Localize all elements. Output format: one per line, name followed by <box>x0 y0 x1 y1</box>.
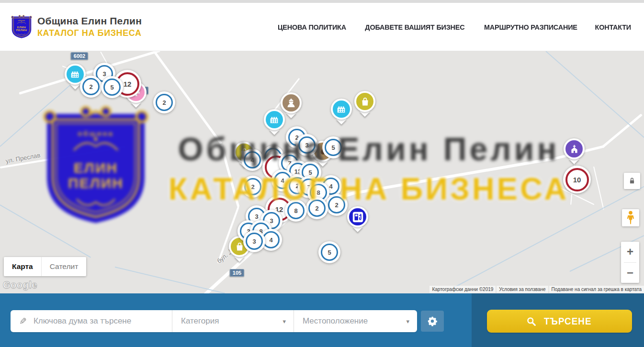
zoom-in-button[interactable]: + <box>621 242 639 262</box>
waterline <box>545 51 644 138</box>
pencil-icon: ✎ <box>19 316 27 327</box>
cluster-count: 2 <box>156 94 173 111</box>
factory-pin-marker[interactable] <box>264 109 285 130</box>
fuel-icon <box>347 206 368 227</box>
main-nav: ЦЕНОВА ПОЛИТИКАДОБАВЕТЕ ВАШИЯТ БИЗНЕСМАР… <box>276 23 632 31</box>
shopping-icon <box>354 91 375 112</box>
keyword-input[interactable] <box>33 316 167 326</box>
cluster-marker[interactable]: 5 <box>318 241 340 263</box>
search-icon <box>526 316 536 326</box>
road-shield: 6002 <box>71 52 88 60</box>
cluster-count: 5 <box>321 244 338 261</box>
header: Община Елин Пелин КАТАЛОГ НА БИЗНЕСА ЦЕН… <box>0 3 644 51</box>
pegman-icon <box>626 211 635 225</box>
settings-button[interactable] <box>421 311 444 332</box>
shopping-pin-marker[interactable] <box>354 91 375 112</box>
fuel-pin-marker[interactable] <box>347 206 368 227</box>
watermark-subtitle: КАТАЛОГ НА БИЗНЕСА <box>161 171 576 207</box>
nav-item[interactable]: ДОБАВЕТЕ ВАШИЯТ БИЗНЕС <box>365 23 464 31</box>
municipality-crest-icon <box>11 12 33 41</box>
search-button[interactable]: ТЪРСЕНЕ <box>487 310 632 333</box>
road <box>593 167 604 210</box>
lock-button[interactable] <box>624 173 640 189</box>
chevron-down-icon: ▾ <box>406 318 409 325</box>
keyword-field[interactable]: ✎ <box>11 310 172 332</box>
factory-icon <box>264 109 285 130</box>
zoom-out-button[interactable]: − <box>621 263 639 283</box>
nav-item[interactable]: КОНТАКТИ <box>595 23 631 31</box>
attribution-link[interactable]: Подаване на сигнал за грешка в картата <box>549 286 644 293</box>
watermark-crest <box>40 105 151 226</box>
map-attribution: Картографски данни ©2019Условия за ползв… <box>429 286 644 293</box>
cluster-count: 3 <box>246 233 263 250</box>
pegman-button[interactable] <box>622 209 639 226</box>
lock-icon <box>629 177 635 185</box>
nav-item[interactable]: ЦЕНОВА ПОЛИТИКА <box>278 23 346 31</box>
location-select[interactable]: Местоположение ▾ <box>294 310 417 332</box>
nav-item[interactable]: МАРШРУТНО РАЗПИСАНИЕ <box>484 23 577 31</box>
gear-icon <box>427 316 438 326</box>
google-logo[interactable]: Google <box>3 280 37 291</box>
cluster-marker[interactable]: 2 <box>80 76 102 98</box>
map-type-map-button[interactable]: Карта <box>4 257 42 276</box>
factory-icon <box>331 99 352 120</box>
cluster-count: 2 <box>82 78 100 95</box>
cluster-count: 5 <box>103 78 121 96</box>
location-placeholder: Местоположение <box>303 316 368 326</box>
search-bar: ✎ Категория ▾ Местоположение ▾ ТЪРСЕН <box>0 293 644 347</box>
attribution-text: Картографски данни ©2019 <box>429 286 496 293</box>
site-title: Община Елин Пелин <box>37 15 142 27</box>
cluster-marker[interactable]: 2 <box>153 91 175 113</box>
zoom-control: + − <box>621 242 639 283</box>
search-bar-right: ТЪРСЕНЕ <box>472 293 644 347</box>
road-shield: 105 <box>230 269 244 277</box>
watermark-title: Община Елин Пелин <box>161 130 576 168</box>
map-type-control: Карта Сателит <box>4 257 86 276</box>
map-canvas[interactable]: 60021105 ул. Преславбул. „Новоселци“ 312… <box>0 51 644 293</box>
chevron-down-icon: ▾ <box>282 318 286 325</box>
map-type-satellite-button[interactable]: Сателит <box>42 257 86 276</box>
category-placeholder: Категория <box>181 316 219 326</box>
search-button-label: ТЪРСЕНЕ <box>544 316 592 327</box>
waterline <box>115 267 225 293</box>
attribution-link[interactable]: Условия за ползване <box>497 286 548 293</box>
factory-pin-marker[interactable] <box>331 99 352 120</box>
site-subtitle: КАТАЛОГ НА БИЗНЕСА <box>37 28 142 38</box>
cluster-marker[interactable]: 3 <box>243 230 265 252</box>
search-bar-left: ✎ Категория ▾ Местоположение ▾ <box>0 293 472 347</box>
cluster-marker[interactable]: 5 <box>101 76 123 98</box>
category-select[interactable]: Категория ▾ <box>172 310 294 332</box>
search-fields: ✎ Категория ▾ Местоположение ▾ <box>11 310 417 332</box>
site-logo[interactable]: Община Елин Пелин КАТАЛОГ НА БИЗНЕСА <box>11 12 142 41</box>
